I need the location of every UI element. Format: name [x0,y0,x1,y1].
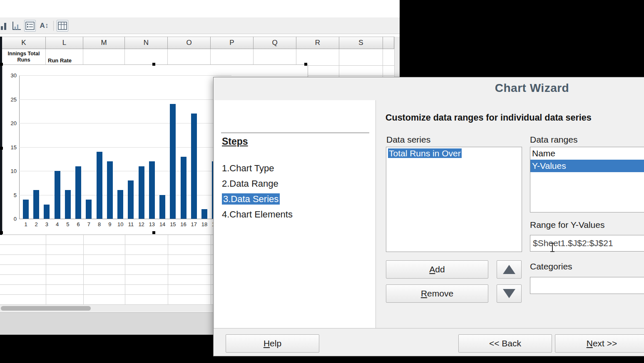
step-data-series[interactable]: 3.Data Series [222,193,280,205]
y-tick-label: 5 [2,192,17,198]
chart-bar [33,190,39,219]
move-down-button[interactable] [497,284,522,303]
y-tick-label: 0 [2,216,17,222]
help-button[interactable]: Help [226,334,319,353]
x-tick-label: 14 [158,221,167,227]
step-chart-type[interactable]: 1.Chart Type [222,163,274,174]
range-input[interactable] [530,235,644,252]
x-tick-label: 11 [127,221,135,227]
y-tick-label: 10 [2,168,17,174]
data-range-item-yvalues[interactable]: Y-Values [530,160,644,172]
range-for-y-label: Range for Y-Values [530,220,604,230]
column-header-R[interactable]: R [296,37,339,49]
y-tick-label: 20 [2,120,17,126]
selection-handle[interactable] [0,231,3,234]
x-tick-label: 2 [32,221,40,227]
back-button[interactable]: << Back [458,334,552,353]
x-tick-label: 15 [169,221,177,227]
remove-button[interactable]: Remove [386,284,488,303]
chart-toolbar: A↕ [0,17,400,34]
chart-bar [181,157,186,219]
data-ranges-listbox[interactable]: Name Y-Values [530,147,644,212]
chart-gridline [19,171,231,171]
next-button[interactable]: Next >> [555,334,644,353]
grid-col-line [168,235,168,306]
column-header-partial[interactable] [383,37,394,49]
column-header-P[interactable]: P [211,37,254,49]
back-button-label: << Back [489,338,521,348]
categories-label: Categories [530,262,572,272]
dialog-title: Chart Wizard [214,81,644,95]
next-button-label: Next >> [587,338,617,348]
column-header-O[interactable]: O [168,37,211,49]
chart-wizard-dialog: Chart Wizard Steps 1.Chart Type 2.Data R… [213,77,644,356]
x-tick-label: 17 [190,221,198,227]
steps-panel: Steps 1.Chart Type 2.Data Range 3.Data S… [214,100,376,328]
chart-gridline [19,75,231,76]
x-tick-label: 10 [116,221,124,227]
horizontal-scrollbar-thumb[interactable] [1,306,91,311]
column-header-L[interactable]: L [46,37,83,49]
ibeam-cursor-icon [550,243,555,252]
text-scale-icon[interactable]: A↕ [38,20,50,32]
data-ranges-label: Data ranges [530,135,577,145]
axes-grid-icon[interactable] [11,20,22,32]
chart-bar [75,166,81,219]
column-header-Q[interactable]: Q [254,37,296,49]
data-series-listbox[interactable]: Total Runs in Over [386,147,522,252]
x-tick-label: 18 [200,221,209,227]
legend-icon[interactable] [24,20,36,32]
selection-handle[interactable] [304,63,307,66]
x-tick-label: 4 [53,221,62,227]
move-up-button[interactable] [497,260,522,279]
data-table-icon[interactable] [57,20,68,32]
x-tick-label: 7 [85,221,93,227]
column-chart-icon[interactable] [0,20,9,32]
column-header-K[interactable]: K [2,37,46,49]
chart-bar [55,171,60,219]
column-header-S[interactable]: S [339,37,383,49]
data-series-item-label: Total Runs in Over [388,148,462,158]
selection-handle[interactable] [0,63,3,66]
steps-heading: Steps [222,136,248,147]
footer-rule [214,328,644,328]
chart-bar [149,161,155,219]
data-series-item[interactable]: Total Runs in Over [386,147,522,160]
selection-handle[interactable] [0,147,3,150]
toolbar-separator [53,21,54,31]
column-headers: K L M N O P Q R S [0,37,394,49]
chart-bar [44,205,50,219]
chart-bar [128,180,134,219]
step-label: 3.Data Series [222,193,280,205]
chart-gridline [19,147,231,148]
cell-L1[interactable]: Run Rate [48,57,72,64]
add-button-label: Add [429,264,445,274]
horizontal-scrollbar[interactable] [0,305,216,312]
x-tick-label: 8 [95,221,104,227]
chart-bar [201,209,207,219]
column-header-N[interactable]: N [125,37,168,49]
chart-bar [23,200,29,219]
content-heading: Customize data ranges for individual dat… [385,113,592,123]
down-arrow-icon [503,289,515,298]
step-data-range[interactable]: 2.Data Range [222,178,278,190]
step-label: 2.Data Range [222,178,278,189]
chart-bar [117,190,123,219]
categories-input[interactable] [530,277,644,294]
chart-bar [97,152,102,219]
chart-gridline [19,195,231,195]
selection-handle[interactable] [152,63,155,66]
add-button[interactable]: Add [386,260,488,279]
y-tick-label: 30 [2,72,17,79]
steps-rule [221,133,369,133]
selection-handle[interactable] [152,231,155,234]
step-chart-elements[interactable]: 4.Chart Elements [222,209,293,220]
x-tick-label: 9 [106,221,114,227]
x-tick-label: 13 [148,221,156,227]
column-header-M[interactable]: M [83,37,125,49]
cell-K1[interactable]: Innings Total Runs [2,51,45,63]
grid-col-line [46,235,46,306]
data-range-item-name[interactable]: Name [530,147,644,160]
text-scale-glyph: A↕ [40,22,49,30]
vertical-scrollbar[interactable] [394,37,400,82]
